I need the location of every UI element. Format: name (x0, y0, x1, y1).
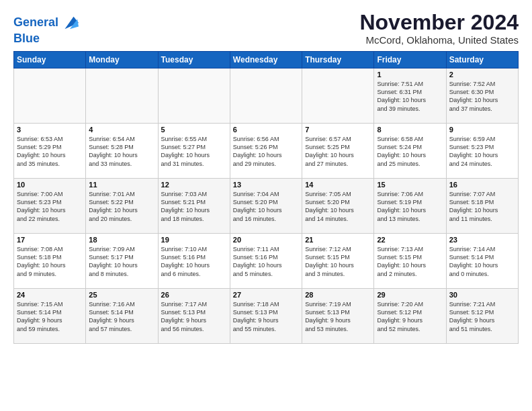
calendar-cell: 30Sunrise: 7:21 AM Sunset: 5:12 PM Dayli… (446, 289, 518, 344)
week-row-5: 24Sunrise: 7:15 AM Sunset: 5:14 PM Dayli… (14, 289, 519, 344)
calendar-cell: 21Sunrise: 7:12 AM Sunset: 5:15 PM Dayli… (302, 234, 374, 289)
day-info: Sunrise: 7:15 AM Sunset: 5:14 PM Dayligh… (17, 300, 83, 333)
day-info: Sunrise: 7:06 AM Sunset: 5:19 PM Dayligh… (377, 190, 443, 223)
day-number: 17 (17, 236, 83, 244)
calendar-cell: 6Sunrise: 6:56 AM Sunset: 5:26 PM Daylig… (230, 124, 302, 179)
day-number: 1 (377, 71, 443, 79)
day-info: Sunrise: 7:03 AM Sunset: 5:21 PM Dayligh… (161, 190, 227, 223)
day-info: Sunrise: 7:52 AM Sunset: 6:30 PM Dayligh… (449, 80, 515, 113)
day-number: 10 (17, 181, 83, 189)
day-number: 7 (305, 126, 371, 134)
header-wednesday: Wednesday (230, 52, 302, 68)
day-info: Sunrise: 7:10 AM Sunset: 5:16 PM Dayligh… (161, 245, 227, 278)
header-thursday: Thursday (302, 52, 374, 68)
calendar-cell: 24Sunrise: 7:15 AM Sunset: 5:14 PM Dayli… (14, 289, 86, 344)
day-number: 6 (233, 126, 299, 134)
day-info: Sunrise: 7:01 AM Sunset: 5:22 PM Dayligh… (89, 190, 154, 223)
calendar-cell: 26Sunrise: 7:17 AM Sunset: 5:13 PM Dayli… (158, 289, 230, 344)
day-number: 30 (449, 291, 515, 299)
calendar-cell: 12Sunrise: 7:03 AM Sunset: 5:21 PM Dayli… (158, 179, 230, 234)
day-number: 27 (233, 291, 299, 299)
calendar-cell: 14Sunrise: 7:05 AM Sunset: 5:20 PM Dayli… (302, 179, 374, 234)
day-info: Sunrise: 7:05 AM Sunset: 5:20 PM Dayligh… (305, 190, 371, 223)
logo-line2: Blue (13, 32, 79, 46)
logo: General Blue (13, 13, 79, 46)
day-info: Sunrise: 7:00 AM Sunset: 5:23 PM Dayligh… (17, 190, 83, 223)
day-info: Sunrise: 6:57 AM Sunset: 5:25 PM Dayligh… (305, 135, 371, 168)
page: General Blue November 2024 McCord, Oklah… (0, 0, 532, 411)
day-number: 29 (377, 291, 443, 299)
day-info: Sunrise: 6:59 AM Sunset: 5:23 PM Dayligh… (449, 135, 515, 168)
logo-icon (60, 13, 79, 32)
day-number: 12 (161, 181, 227, 189)
calendar-cell: 29Sunrise: 7:20 AM Sunset: 5:12 PM Dayli… (374, 289, 446, 344)
calendar-cell: 10Sunrise: 7:00 AM Sunset: 5:23 PM Dayli… (14, 179, 86, 234)
day-info: Sunrise: 7:17 AM Sunset: 5:13 PM Dayligh… (161, 300, 227, 333)
title-block: November 2024 McCord, Oklahoma, United S… (359, 11, 519, 46)
week-row-4: 17Sunrise: 7:08 AM Sunset: 5:18 PM Dayli… (14, 234, 519, 289)
calendar-cell: 22Sunrise: 7:13 AM Sunset: 5:15 PM Dayli… (374, 234, 446, 289)
day-number: 23 (449, 236, 515, 244)
calendar-cell (86, 68, 158, 124)
day-number: 16 (449, 181, 515, 189)
calendar-cell: 25Sunrise: 7:16 AM Sunset: 5:14 PM Dayli… (86, 289, 158, 344)
logo-text: General (13, 16, 58, 30)
day-info: Sunrise: 7:12 AM Sunset: 5:15 PM Dayligh… (305, 245, 371, 278)
day-number: 25 (89, 291, 154, 299)
day-info: Sunrise: 6:53 AM Sunset: 5:29 PM Dayligh… (17, 135, 83, 168)
calendar-cell (230, 68, 302, 124)
calendar-cell: 13Sunrise: 7:04 AM Sunset: 5:20 PM Dayli… (230, 179, 302, 234)
day-info: Sunrise: 7:19 AM Sunset: 5:13 PM Dayligh… (305, 300, 371, 333)
day-number: 13 (233, 181, 299, 189)
day-info: Sunrise: 7:09 AM Sunset: 5:17 PM Dayligh… (89, 245, 154, 278)
day-info: Sunrise: 6:58 AM Sunset: 5:24 PM Dayligh… (377, 135, 443, 168)
calendar-cell: 18Sunrise: 7:09 AM Sunset: 5:17 PM Dayli… (86, 234, 158, 289)
day-info: Sunrise: 7:21 AM Sunset: 5:12 PM Dayligh… (449, 300, 515, 333)
calendar-header-row: SundayMondayTuesdayWednesdayThursdayFrid… (14, 52, 519, 68)
logo-line1: General (13, 15, 58, 29)
day-info: Sunrise: 7:16 AM Sunset: 5:14 PM Dayligh… (89, 300, 154, 333)
day-info: Sunrise: 6:54 AM Sunset: 5:28 PM Dayligh… (89, 135, 154, 168)
calendar-cell: 4Sunrise: 6:54 AM Sunset: 5:28 PM Daylig… (86, 124, 158, 179)
week-row-1: 1Sunrise: 7:51 AM Sunset: 6:31 PM Daylig… (14, 68, 519, 124)
location: McCord, Oklahoma, United States (359, 34, 519, 46)
calendar-cell: 19Sunrise: 7:10 AM Sunset: 5:16 PM Dayli… (158, 234, 230, 289)
calendar-cell: 3Sunrise: 6:53 AM Sunset: 5:29 PM Daylig… (14, 124, 86, 179)
day-info: Sunrise: 6:56 AM Sunset: 5:26 PM Dayligh… (233, 135, 299, 168)
header: General Blue November 2024 McCord, Oklah… (13, 11, 519, 46)
header-friday: Friday (374, 52, 446, 68)
day-number: 14 (305, 181, 371, 189)
week-row-2: 3Sunrise: 6:53 AM Sunset: 5:29 PM Daylig… (14, 124, 519, 179)
calendar-cell: 16Sunrise: 7:07 AM Sunset: 5:18 PM Dayli… (446, 179, 518, 234)
day-number: 11 (89, 181, 154, 189)
day-number: 3 (17, 126, 83, 134)
calendar-cell: 15Sunrise: 7:06 AM Sunset: 5:19 PM Dayli… (374, 179, 446, 234)
day-number: 2 (449, 71, 515, 79)
calendar-cell: 1Sunrise: 7:51 AM Sunset: 6:31 PM Daylig… (374, 68, 446, 124)
day-number: 21 (305, 236, 371, 244)
calendar-cell (302, 68, 374, 124)
calendar-cell (158, 68, 230, 124)
day-number: 8 (377, 126, 443, 134)
calendar-table: SundayMondayTuesdayWednesdayThursdayFrid… (13, 51, 519, 344)
day-number: 18 (89, 236, 154, 244)
day-number: 4 (89, 126, 154, 134)
calendar-cell: 17Sunrise: 7:08 AM Sunset: 5:18 PM Dayli… (14, 234, 86, 289)
day-number: 22 (377, 236, 443, 244)
week-row-3: 10Sunrise: 7:00 AM Sunset: 5:23 PM Dayli… (14, 179, 519, 234)
day-info: Sunrise: 7:14 AM Sunset: 5:14 PM Dayligh… (449, 245, 515, 278)
calendar-cell: 7Sunrise: 6:57 AM Sunset: 5:25 PM Daylig… (302, 124, 374, 179)
calendar-cell: 11Sunrise: 7:01 AM Sunset: 5:22 PM Dayli… (86, 179, 158, 234)
calendar-cell: 23Sunrise: 7:14 AM Sunset: 5:14 PM Dayli… (446, 234, 518, 289)
calendar-cell: 9Sunrise: 6:59 AM Sunset: 5:23 PM Daylig… (446, 124, 518, 179)
day-number: 28 (305, 291, 371, 299)
calendar-cell: 8Sunrise: 6:58 AM Sunset: 5:24 PM Daylig… (374, 124, 446, 179)
header-saturday: Saturday (446, 52, 518, 68)
day-info: Sunrise: 7:20 AM Sunset: 5:12 PM Dayligh… (377, 300, 443, 333)
header-tuesday: Tuesday (158, 52, 230, 68)
day-info: Sunrise: 7:07 AM Sunset: 5:18 PM Dayligh… (449, 190, 515, 223)
day-number: 24 (17, 291, 83, 299)
calendar-cell (14, 68, 86, 124)
day-number: 9 (449, 126, 515, 134)
day-info: Sunrise: 6:55 AM Sunset: 5:27 PM Dayligh… (161, 135, 227, 168)
